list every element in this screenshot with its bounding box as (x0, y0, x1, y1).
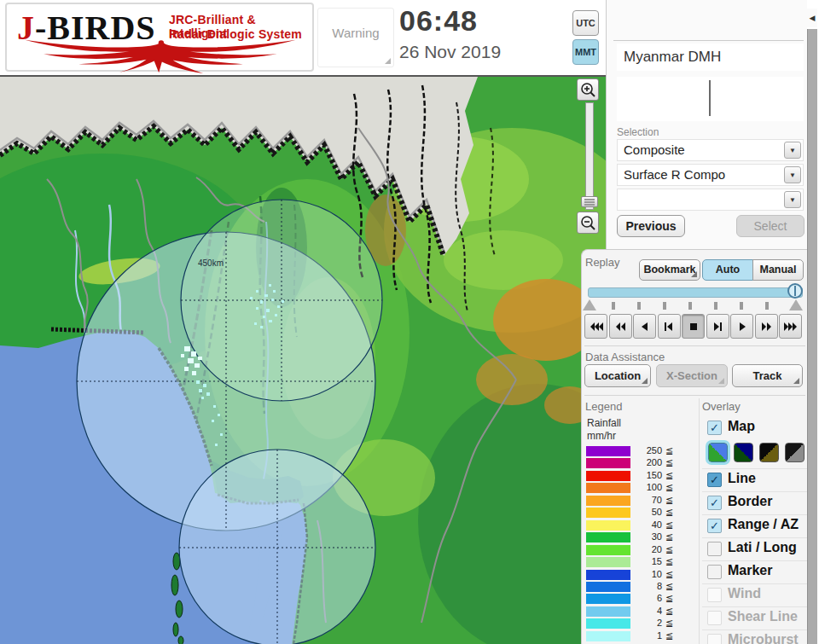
map-checkbox[interactable]: ✓ (707, 421, 722, 435)
line-checkbox[interactable]: ✓ (707, 473, 722, 487)
slider-tick (637, 302, 641, 310)
legend-lte-symbol: ≦ (665, 569, 673, 580)
list-box-divider (709, 80, 711, 116)
legend-row: 50≦ (586, 508, 695, 519)
legend-value: 70 (633, 495, 662, 505)
rewind-fast-button[interactable] (584, 314, 607, 339)
range-az-checkbox[interactable]: ✓ (707, 519, 722, 533)
skip-to-start-button[interactable] (658, 314, 681, 339)
replay-slider[interactable] (588, 287, 803, 298)
legend-color-swatch (586, 557, 630, 567)
legend-lte-symbol: ≦ (665, 606, 673, 617)
legend-row: 250≦ (586, 446, 695, 457)
dropdown-arrow-button[interactable]: ▼ (784, 191, 801, 208)
product-list-box[interactable] (617, 77, 804, 121)
step-back-button[interactable] (633, 314, 656, 339)
legend-lte-symbol: ≦ (665, 519, 673, 531)
radar-map[interactable]: 450km (0, 75, 606, 644)
legend-value: 200 (633, 457, 662, 467)
legend-lte-symbol: ≦ (665, 457, 673, 468)
bookmark-button[interactable]: Bookmark (639, 259, 700, 281)
rewind-button[interactable] (609, 314, 632, 339)
microburst-label: Microburst (728, 632, 799, 644)
stop-button[interactable] (682, 314, 705, 339)
track-button[interactable]: Track (732, 364, 803, 387)
track-label: Track (753, 369, 782, 382)
replay-slider-thumb[interactable] (787, 283, 803, 299)
warning-label: Warning (318, 26, 393, 40)
rewind-fast-icon (590, 322, 603, 332)
legend-color-swatch (586, 594, 630, 604)
slider-end-marker[interactable] (789, 299, 803, 310)
panel-splitter[interactable] (807, 29, 817, 644)
forward-fast-button[interactable] (779, 314, 802, 339)
legend-row: 100≦ (586, 483, 695, 494)
panel-collapse-button[interactable]: ◀ (807, 9, 817, 27)
overlay-item-lati-long[interactable]: Lati / Long (702, 537, 808, 560)
overlay-item-shear-line[interactable]: Shear Line (702, 606, 808, 629)
overlay-item-microburst[interactable]: Microburst (702, 629, 808, 644)
x-section-button[interactable]: X-Section (656, 364, 728, 387)
map-style-terrain-color[interactable] (708, 443, 728, 462)
control-panel-top: Myanmar DMH Selection Composite▼Surface … (606, 0, 807, 249)
corner-expand-icon (642, 378, 648, 384)
utc-toggle-button[interactable]: UTC (572, 10, 599, 36)
shear-line-checkbox[interactable] (707, 611, 722, 625)
zoom-in-button[interactable] (577, 78, 599, 101)
range-ring-label: 450km (198, 258, 224, 268)
zoom-out-icon (580, 215, 595, 230)
slider-start-marker[interactable] (583, 299, 596, 310)
overlay-item-range-az[interactable]: ✓Range / AZ (702, 514, 808, 537)
legend-lte-symbol: ≦ (665, 581, 673, 592)
forward-button[interactable] (755, 314, 778, 339)
zoom-in-icon (580, 82, 595, 97)
zoom-slider[interactable] (585, 102, 594, 210)
dropdown-arrow-button[interactable]: ▼ (784, 166, 801, 183)
overlay-item-marker[interactable]: Marker (702, 560, 808, 583)
mmt-toggle-button[interactable]: MMT (572, 39, 599, 65)
lati-long-checkbox[interactable] (707, 542, 722, 556)
selection-dropdown-1[interactable]: Composite▼ (617, 139, 804, 161)
legend-value: 6 (633, 593, 662, 603)
marker-checkbox[interactable] (707, 565, 722, 579)
legend-lte-symbol: ≦ (665, 507, 673, 518)
map-style-dark-blue-green[interactable] (734, 443, 753, 462)
microburst-checkbox[interactable] (707, 634, 722, 644)
station-name-box[interactable]: Myanmar DMH (617, 44, 804, 71)
forward-icon (759, 322, 773, 332)
location-button[interactable]: Location (584, 364, 651, 387)
slider-tick (663, 302, 666, 310)
manual-mode-button[interactable]: Manual (752, 259, 804, 281)
jbirds-logo: J-BIRDS JRC-Brilliant & Intelligent Rada… (5, 3, 314, 72)
play-button[interactable] (730, 314, 753, 339)
zoom-slider-thumb[interactable] (581, 196, 598, 207)
skip-to-end-button[interactable] (706, 314, 729, 339)
corner-expand-icon (793, 378, 799, 384)
border-checkbox[interactable]: ✓ (707, 496, 722, 510)
legend-lte-symbol: ≦ (665, 495, 673, 506)
slider-tick (688, 302, 692, 310)
selection-dropdown-2[interactable]: Surface R Compo▼ (617, 164, 804, 186)
data-assistance-label: Data Assistance (585, 351, 665, 363)
dropdown-arrow-button[interactable]: ▼ (784, 142, 801, 159)
location-label: Location (595, 369, 641, 382)
overlay-item-border[interactable]: ✓Border (702, 491, 808, 514)
auto-mode-button[interactable]: Auto (702, 259, 753, 281)
selection-dropdown-3[interactable]: ▼ (617, 189, 804, 211)
overlay-item-wind[interactable]: Wind (702, 583, 808, 606)
legend-lte-symbol: ≦ (665, 544, 673, 555)
previous-button[interactable]: Previous (617, 215, 685, 237)
selection-dropdown-value: Composite (618, 140, 803, 160)
legend-row: 8≦ (586, 582, 695, 593)
map-style-black-olive[interactable] (759, 443, 779, 462)
legend-row: 200≦ (586, 458, 695, 469)
selection-dropdown-value: Surface R Compo (618, 165, 803, 185)
map-style-black-gray[interactable] (785, 443, 804, 462)
select-button[interactable]: Select (736, 215, 804, 237)
zoom-out-button[interactable] (577, 212, 599, 234)
overlay-item-line[interactable]: ✓Line (702, 468, 808, 491)
overlay-item-map[interactable]: ✓Map (702, 417, 808, 440)
corner-expand-icon (385, 58, 391, 64)
warning-button[interactable]: Warning (317, 8, 394, 67)
wind-checkbox[interactable] (707, 588, 722, 602)
